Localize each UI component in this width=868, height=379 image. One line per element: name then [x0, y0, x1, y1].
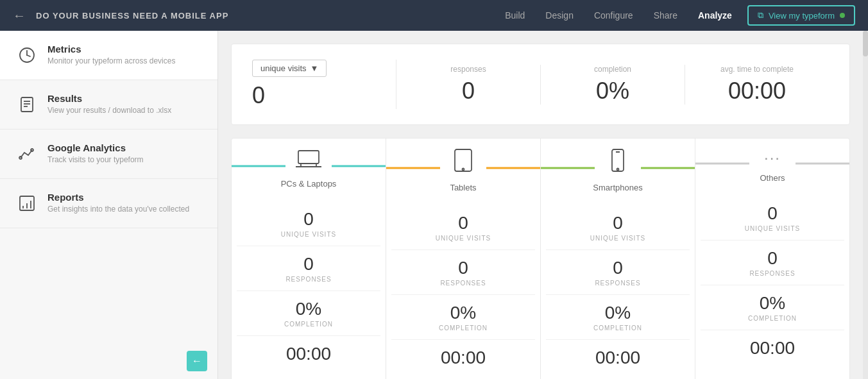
unique-visits-value: 0 — [252, 82, 396, 109]
results-subtitle: View your results / download to .xlsx — [47, 106, 171, 115]
smartphones-uv-value: 0 — [546, 213, 690, 233]
device-header-pcs: PCs & Laptops — [232, 139, 386, 194]
tablet-line-right — [486, 167, 540, 169]
sidebar-item-results[interactable]: Results View your results / download to … — [0, 80, 217, 130]
svg-rect-1 — [21, 97, 33, 112]
tablets-name: Tablets — [450, 183, 476, 192]
devices-header: PCs & Laptops 0 UNIQUE VISITS 0 RESPONSE… — [232, 139, 849, 379]
pcs-completion: 0% COMPLETION — [237, 291, 380, 336]
others-line-left — [695, 162, 749, 164]
nav-share[interactable]: Share — [654, 10, 677, 21]
pcs-comp-value: 0% — [237, 299, 380, 319]
nav-links: Build Design Configure Share Analyze — [505, 10, 732, 21]
back-button[interactable]: ← — [13, 8, 26, 23]
metrics-subtitle: Monitor your typeform across devices — [47, 56, 175, 65]
tablets-unique-visits: 0 UNIQUE VISITS — [391, 205, 535, 250]
smartphones-resp-label: RESPONSES — [546, 280, 690, 287]
live-indicator — [840, 13, 845, 18]
analytics-text: Google Analytics Track visits to your ty… — [47, 142, 144, 164]
sidebar: Metrics Monitor your typeform across dev… — [0, 31, 218, 379]
devices-card: PCs & Laptops 0 UNIQUE VISITS 0 RESPONSE… — [231, 138, 850, 379]
device-col-smartphones: Smartphones 0 UNIQUE VISITS 0 RESPONSES … — [541, 139, 695, 379]
device-header-smartphones: Smartphones — [541, 139, 695, 198]
responses-value: 0 — [396, 78, 540, 105]
nav-configure[interactable]: Configure — [594, 10, 633, 21]
metrics-icon — [15, 44, 38, 67]
reports-icon — [15, 192, 38, 215]
others-stats: 0 UNIQUE VISITS 0 RESPONSES 0% COMPLETIO… — [695, 188, 849, 374]
others-time-value: 00:00 — [701, 338, 844, 358]
completion-value: 0% — [541, 78, 685, 105]
device-col-pcs: PCs & Laptops 0 UNIQUE VISITS 0 RESPONSE… — [232, 139, 386, 379]
others-completion: 0% COMPLETION — [701, 285, 844, 330]
others-uv-label: UNIQUE VISITS — [701, 225, 844, 232]
tablets-uv-value: 0 — [391, 213, 535, 233]
dropdown-chevron-icon: ▼ — [311, 63, 319, 73]
analytics-subtitle: Track visits to your typeform — [47, 155, 144, 164]
smartphones-completion: 0% COMPLETION — [546, 295, 690, 340]
reports-subtitle: Get insights into the data you've collec… — [47, 205, 189, 214]
completion-label: completion — [541, 65, 685, 74]
metric-dropdown[interactable]: unique visits ▼ — [252, 60, 327, 77]
collapse-sidebar-button[interactable]: ← — [187, 351, 207, 371]
pcs-uv-value: 0 — [237, 209, 380, 230]
sidebar-item-google-analytics[interactable]: Google Analytics Track visits to your ty… — [0, 130, 217, 179]
tablet-line-left — [386, 167, 440, 169]
others-icon: ··· — [764, 149, 781, 167]
sidebar-item-reports[interactable]: Reports Get insights into the data you'v… — [0, 179, 217, 228]
tablets-stats: 0 UNIQUE VISITS 0 RESPONSES 0% COMPLETIO… — [386, 198, 540, 379]
others-time: 00:00 — [701, 330, 844, 366]
others-responses: 0 RESPONSES — [701, 240, 844, 285]
summary-card: unique visits ▼ 0 responses 0 completion… — [231, 44, 850, 125]
others-line-right — [796, 162, 849, 164]
tablets-completion: 0% COMPLETION — [391, 295, 535, 340]
others-resp-value: 0 — [701, 248, 844, 269]
scrollbar-thumb[interactable] — [863, 31, 868, 56]
smartphones-unique-visits: 0 UNIQUE VISITS — [546, 205, 690, 250]
avg-time-value: 00:00 — [685, 78, 829, 105]
form-title: DO YOUR BUSINESS NEED A MOBILE APP — [36, 11, 505, 21]
pcs-resp-label: RESPONSES — [237, 276, 380, 283]
svg-point-18 — [617, 169, 619, 171]
view-typeform-button[interactable]: ⧉ View my typeform — [747, 5, 855, 26]
reports-text: Reports Get insights into the data you'v… — [47, 192, 189, 214]
nav-analyze[interactable]: Analyze — [698, 10, 732, 21]
tablets-resp-label: RESPONSES — [391, 280, 535, 287]
scrollbar[interactable] — [863, 31, 868, 379]
smartphones-resp-value: 0 — [546, 258, 690, 278]
device-header-tablets: Tablets — [386, 139, 540, 198]
summary-responses: responses 0 — [396, 65, 541, 105]
tablets-comp-label: COMPLETION — [391, 324, 535, 332]
svg-rect-11 — [298, 151, 319, 164]
nav-design[interactable]: Design — [545, 10, 574, 21]
nav-build[interactable]: Build — [505, 10, 525, 21]
analytics-icon — [15, 142, 38, 165]
pcs-stats: 0 UNIQUE VISITS 0 RESPONSES 0% COMPLETIO… — [232, 194, 386, 379]
device-col-others: ··· Others 0 UNIQUE VISITS 0 RESPONSES — [695, 139, 849, 379]
phone-line-left — [541, 167, 595, 169]
smartphones-name: Smartphones — [593, 183, 642, 192]
pcs-time-value: 00:00 — [237, 344, 380, 364]
results-icon — [15, 93, 38, 116]
smartphone-icon — [611, 149, 625, 176]
tablets-responses: 0 RESPONSES — [391, 250, 535, 295]
device-header-others: ··· Others — [695, 139, 849, 188]
tablets-uv-label: UNIQUE VISITS — [391, 235, 535, 242]
smartphones-comp-value: 0% — [546, 303, 690, 323]
analytics-title: Google Analytics — [47, 142, 144, 153]
tablets-resp-value: 0 — [391, 258, 535, 278]
sidebar-collapse: ← — [0, 343, 217, 379]
pcs-uv-label: UNIQUE VISITS — [237, 231, 380, 238]
pcs-resp-value: 0 — [237, 254, 380, 274]
device-col-tablets: Tablets 0 UNIQUE VISITS 0 RESPONSES 0% — [386, 139, 541, 379]
results-title: Results — [47, 93, 171, 104]
sidebar-item-metrics[interactable]: Metrics Monitor your typeform across dev… — [0, 31, 217, 80]
pc-line-right — [332, 165, 386, 167]
content-area: unique visits ▼ 0 responses 0 completion… — [218, 31, 863, 379]
tablets-time-value: 00:00 — [391, 348, 535, 368]
responses-label: responses — [396, 65, 540, 74]
external-link-icon: ⧉ — [758, 10, 763, 21]
others-name: Others — [760, 173, 785, 183]
results-text: Results View your results / download to … — [47, 93, 171, 115]
tablets-comp-value: 0% — [391, 303, 535, 323]
